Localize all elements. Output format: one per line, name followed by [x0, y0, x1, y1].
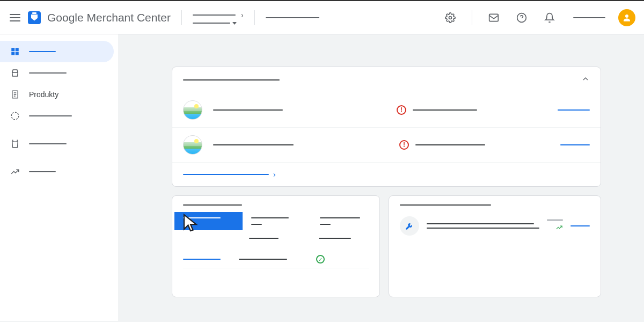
wrench-icon	[400, 216, 419, 236]
divider	[181, 10, 182, 25]
metrics-card: ✓	[172, 195, 380, 297]
document-icon	[10, 89, 20, 100]
settings-icon[interactable]	[444, 11, 457, 24]
insight-action-link[interactable]	[570, 225, 590, 226]
metric-tile-active[interactable]	[174, 212, 243, 230]
alert-icon: !	[397, 105, 406, 115]
metric-sublabel	[319, 238, 351, 239]
table-row[interactable]: ✓	[183, 251, 369, 268]
dropdown-arrow-icon	[232, 22, 237, 25]
issue-row[interactable]: !	[172, 128, 601, 163]
collapse-icon[interactable]	[581, 75, 590, 85]
insight-row[interactable]	[389, 212, 601, 240]
metric-label	[251, 217, 289, 218]
metric-value	[251, 224, 262, 225]
sidebar-item-label	[29, 115, 72, 116]
svg-point-0	[449, 16, 452, 19]
sidebar-item-label: Produkty	[29, 90, 58, 99]
issue-name	[213, 144, 294, 145]
svg-rect-6	[16, 48, 19, 51]
alert-icon: !	[399, 140, 409, 150]
svg-point-13	[11, 112, 19, 120]
dashboard-icon	[10, 46, 20, 57]
trending-up-icon	[555, 224, 563, 233]
product-thumbnail-icon	[183, 135, 202, 155]
divider	[254, 10, 255, 25]
circle-dashed-icon	[10, 111, 20, 121]
product-thumbnail-icon	[183, 100, 202, 120]
account-selector[interactable]: ›	[193, 11, 244, 25]
metric-tile[interactable]	[311, 212, 379, 230]
check-circle-icon: ✓	[316, 255, 325, 264]
cursor-icon	[181, 213, 200, 232]
mail-icon[interactable]	[487, 11, 500, 24]
insight-line	[427, 228, 539, 229]
insights-card	[389, 195, 601, 297]
sidebar-item-label	[29, 143, 67, 144]
trending-icon	[10, 166, 20, 177]
svg-rect-1	[489, 14, 499, 21]
issue-status	[415, 144, 485, 145]
svg-rect-8	[16, 52, 19, 55]
insight-line	[427, 223, 534, 224]
view-all-link[interactable]	[183, 174, 269, 175]
bag-icon	[10, 138, 20, 149]
svg-rect-7	[11, 52, 14, 55]
row-cell	[239, 259, 287, 260]
divider	[472, 10, 472, 25]
basket-icon	[10, 68, 20, 78]
app-header: Google Merchant Center ›	[0, 0, 644, 34]
issue-action-link[interactable]	[560, 144, 590, 145]
notifications-icon[interactable]	[543, 11, 556, 24]
sidebar-item-shopping[interactable]	[0, 62, 114, 84]
svg-rect-5	[11, 48, 14, 51]
metric-value	[320, 224, 331, 225]
insight-meta	[547, 219, 563, 221]
sidebar-item-products[interactable]: Produkty	[0, 84, 114, 105]
chevron-right-icon: ›	[273, 170, 276, 179]
app-title: Google Merchant Center	[47, 11, 171, 24]
svg-point-4	[625, 14, 628, 18]
card-title	[400, 204, 491, 206]
header-context	[266, 17, 319, 18]
sidebar-item-performance[interactable]	[0, 105, 114, 127]
sidebar: Produkty	[0, 34, 118, 321]
card-title	[183, 79, 280, 80]
issues-card: ! ! ›	[172, 67, 601, 187]
metric-label	[320, 217, 360, 218]
card-title	[183, 204, 242, 206]
sidebar-item-dashboard[interactable]	[0, 41, 114, 62]
row-link[interactable]	[183, 259, 221, 260]
chevron-right-icon: ›	[241, 11, 244, 19]
help-icon[interactable]	[515, 11, 528, 24]
sidebar-item-marketing[interactable]	[0, 133, 114, 155]
menu-toggle-icon[interactable]	[9, 11, 21, 24]
user-avatar-icon[interactable]	[618, 9, 635, 26]
sidebar-item-growth[interactable]	[0, 161, 114, 182]
sidebar-item-label	[29, 51, 56, 52]
issue-status	[413, 109, 477, 111]
sidebar-item-label	[29, 171, 56, 172]
sidebar-item-label	[29, 72, 67, 74]
issue-action-link[interactable]	[558, 109, 590, 111]
metric-sublabel	[249, 238, 279, 239]
issue-row[interactable]: !	[172, 93, 601, 128]
main-content: ! ! ›	[118, 34, 644, 321]
merchant-center-logo-icon	[28, 11, 41, 24]
issue-name	[213, 109, 283, 111]
user-name	[573, 17, 605, 18]
metric-tile[interactable]	[243, 212, 311, 230]
